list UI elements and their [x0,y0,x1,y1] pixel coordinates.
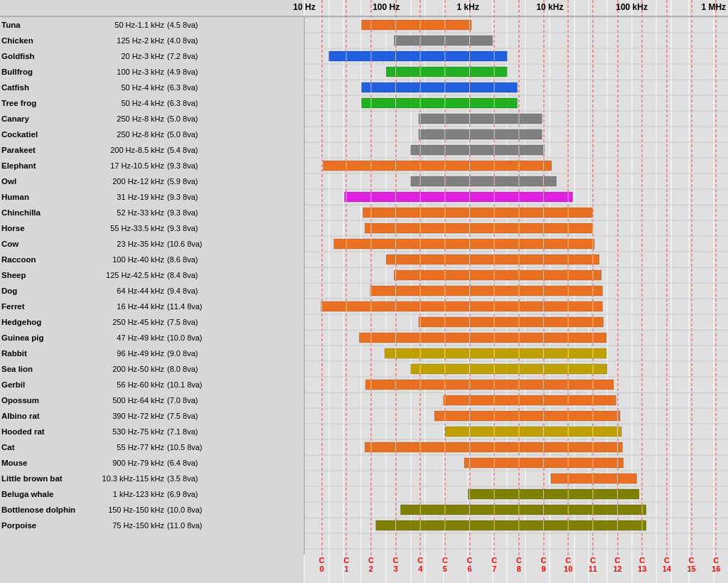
chart-container [0,0,728,583]
chart-canvas [0,0,728,583]
